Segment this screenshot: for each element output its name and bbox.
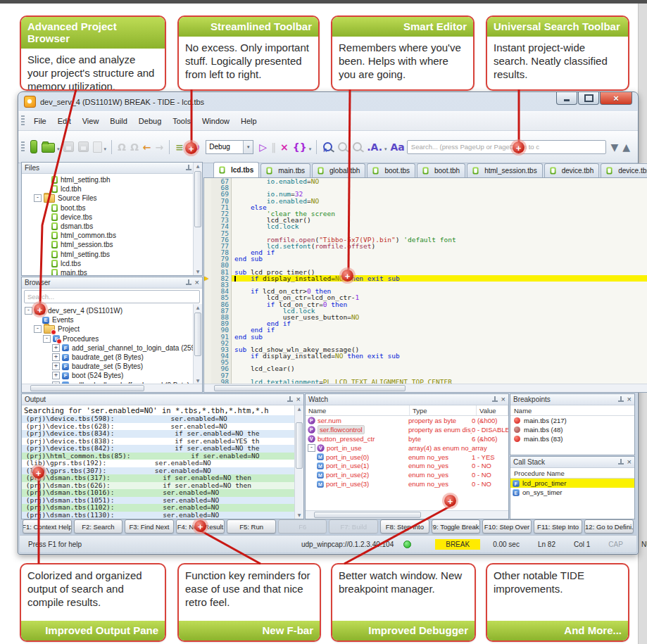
watch-name-cell[interactable]: Pser.flowcontrol: [306, 425, 408, 434]
code-line-94[interactable]: 94 if display_installed=NO then exit sub: [204, 353, 647, 359]
tree-item-boot-524-bytes-[interactable]: +Fboot (524 Bytes): [22, 371, 194, 380]
code-line-78[interactable]: 78 end if: [204, 249, 647, 255]
breakpoint-margin[interactable]: [204, 230, 211, 236]
menu-item-build[interactable]: Build: [104, 115, 132, 127]
menu-item-debug[interactable]: Debug: [133, 115, 167, 127]
fkey-f3[interactable]: F3: Find Next: [125, 519, 174, 533]
watch-name-cell[interactable]: Mport_in_use(1): [306, 462, 408, 469]
search-up-icon[interactable]: ▲: [622, 140, 630, 154]
code-text[interactable]: if display_installed=NO then exit sub: [232, 353, 647, 359]
files-scrollbar[interactable]: ▲ ▼: [193, 163, 202, 275]
undo-icon[interactable]: Ω: [118, 140, 126, 154]
code-line-79[interactable]: 79end sub: [204, 255, 647, 262]
fkey-f6[interactable]: F6: [278, 519, 327, 533]
fkey-f9[interactable]: F9: Toggle Break..: [432, 519, 481, 533]
output-row[interactable]: (prj)\dsman.tbs(1016): ser.enabled=NO: [22, 489, 295, 497]
watch-name-cell[interactable]: Mport_in_use(3): [306, 480, 408, 488]
close-icon[interactable]: [627, 396, 632, 403]
tree-item-dev_serv_4-ds1101w-[interactable]: -dev_serv_4 (DS1101W): [22, 306, 194, 315]
breakpoint-margin[interactable]: [204, 308, 211, 314]
tree-item-html_common-tbs[interactable]: html_common.tbs: [22, 231, 202, 240]
code-text[interactable]: user_uses_button=NO: [232, 314, 647, 320]
tree-item-dsman-tbs[interactable]: dsman.tbs: [22, 222, 202, 231]
collapse-icon[interactable]: -: [34, 194, 42, 202]
fkey-f5[interactable]: F5: Run: [227, 519, 276, 533]
tree-item-html_setting-tbh[interactable]: html_setting.tbh: [22, 175, 202, 184]
output-row[interactable]: (prj)\device.tbs(834): if ser.enabled=NO…: [22, 430, 295, 438]
pin-icon[interactable]: [185, 279, 191, 286]
tree-item-html_session-tbs[interactable]: html_session.tbs: [22, 240, 202, 249]
breakpoint-margin[interactable]: [204, 314, 211, 320]
compile-icon[interactable]: ≡: [175, 140, 184, 154]
collapse-icon[interactable]: -: [43, 335, 51, 343]
fkey-f12[interactable]: F12: Go to Defini...: [584, 519, 634, 533]
watch-name-cell[interactable]: -Vport_in_use: [306, 444, 408, 452]
breakpoint-row[interactable]: main.tbs (83): [510, 434, 634, 443]
browser-scrollbar[interactable]: ▲ ▼: [193, 304, 202, 384]
maximize-button[interactable]: [578, 92, 599, 105]
close-icon[interactable]: [195, 279, 199, 286]
navigate-forward-icon[interactable]: →: [156, 140, 164, 154]
code-text[interactable]: if display_installed=NO then exit sub: [232, 275, 647, 282]
breakpoint-margin[interactable]: [204, 191, 211, 197]
run-icon[interactable]: ▷: [259, 140, 267, 154]
tree-item-lcd-tbh[interactable]: lcd.tbh: [22, 184, 202, 194]
search-replace-icon[interactable]: [323, 142, 332, 151]
breakpoint-row[interactable]: main.tbs (217): [510, 416, 634, 425]
step-into-icon[interactable]: {}: [293, 140, 307, 154]
expand-icon[interactable]: +: [52, 372, 60, 379]
pin-icon[interactable]: [185, 165, 191, 171]
collapse-icon[interactable]: -: [25, 307, 32, 315]
breakpoint-margin[interactable]: [204, 204, 211, 210]
tree-item-lcd-tbs[interactable]: lcd.tbs: [22, 259, 202, 268]
breakpoint-margin[interactable]: [204, 243, 211, 249]
breakpoint-margin[interactable]: [204, 346, 211, 353]
breakpoints-column-header[interactable]: Name: [510, 405, 634, 416]
redo-icon[interactable]: Ω: [130, 140, 139, 154]
code-text[interactable]: end sub: [232, 334, 647, 340]
tree-item-html_setting-tbs[interactable]: html_setting.tbs: [22, 250, 202, 259]
breakpoint-margin[interactable]: [204, 178, 211, 184]
scroll-down-icon[interactable]: ▼: [194, 268, 202, 275]
code-line-96[interactable]: 96 lcd_clear(): [204, 365, 647, 372]
code-text[interactable]: end sub: [232, 255, 647, 262]
navigate-back-icon[interactable]: ←: [143, 140, 151, 154]
callstack-column-header[interactable]: Procedure Name: [510, 468, 634, 479]
pin-icon[interactable]: [617, 396, 624, 403]
code-text[interactable]: end if: [232, 249, 647, 255]
tab-device-tbs[interactable]: device.tbs: [601, 163, 647, 177]
watch-row[interactable]: Pser.flowcontrolproperty as enum dis_en0…: [306, 425, 508, 434]
tree-item-baudrate_set-5-bytes-[interactable]: +Fbaudrate_set (5 Bytes): [22, 362, 194, 371]
output-row[interactable]: (prj)\dsman.tbs(317): if ser.enabled=NO …: [22, 474, 295, 482]
tab-main-tbs[interactable]: main.tbs: [260, 163, 310, 177]
tab-global-tbh[interactable]: global.tbh: [312, 163, 365, 177]
code-text[interactable]: lcd.textalignment=PL_LCD_TEXT_ALIGNMENT_…: [232, 379, 647, 384]
chevron-down-icon[interactable]: ▾: [104, 146, 107, 152]
code-line-91[interactable]: 91end sub: [204, 334, 647, 340]
tree-item-baudrate_get-8-bytes-[interactable]: +Fbaudrate_get (8 Bytes): [22, 353, 194, 362]
fkey-f8[interactable]: F8: Step Into: [380, 519, 429, 533]
pin-icon[interactable]: [617, 459, 624, 465]
code-text[interactable]: lcd.setfont(romfile.offset): [232, 243, 647, 249]
output-scrollbar[interactable]: ▲ ▼: [294, 405, 303, 519]
tree-item-main-tbs[interactable]: main.tbs: [22, 268, 202, 275]
expand-icon[interactable]: +: [52, 344, 60, 352]
code-text[interactable]: io.enabled=NO: [232, 198, 647, 204]
watch-row[interactable]: Mport_in_use(3)enum no_yes0 - NO: [306, 479, 508, 488]
watch-name-cell[interactable]: Vbutton_pressed_ctr: [306, 435, 408, 443]
watch-row[interactable]: Vbutton_pressed_ctrbyte6 (&h06): [306, 434, 508, 443]
code-line-67[interactable]: 67 io.enabled=NO: [204, 178, 647, 184]
breakpoint-margin[interactable]: [204, 353, 211, 359]
close-icon[interactable]: [296, 396, 301, 403]
watch-row[interactable]: Mport_in_use(1)enum no_yes0 - NO: [306, 461, 508, 470]
breakpoint-margin[interactable]: [204, 379, 211, 384]
scroll-up-icon[interactable]: ▲: [194, 304, 202, 311]
close-icon[interactable]: [501, 396, 505, 403]
output-row[interactable]: (prj)\device.tbs(842): if ser.enabled=NO…: [22, 445, 295, 453]
open-folder-icon[interactable]: [42, 143, 55, 153]
breakpoint-margin[interactable]: [204, 372, 211, 379]
chevron-down-icon[interactable]: ▾: [57, 146, 60, 152]
fkey-f1[interactable]: F1: Context Help: [23, 519, 72, 533]
watch-name-cell[interactable]: Mport_in_use(0): [306, 453, 408, 461]
breakpoint-margin[interactable]: [204, 217, 211, 223]
